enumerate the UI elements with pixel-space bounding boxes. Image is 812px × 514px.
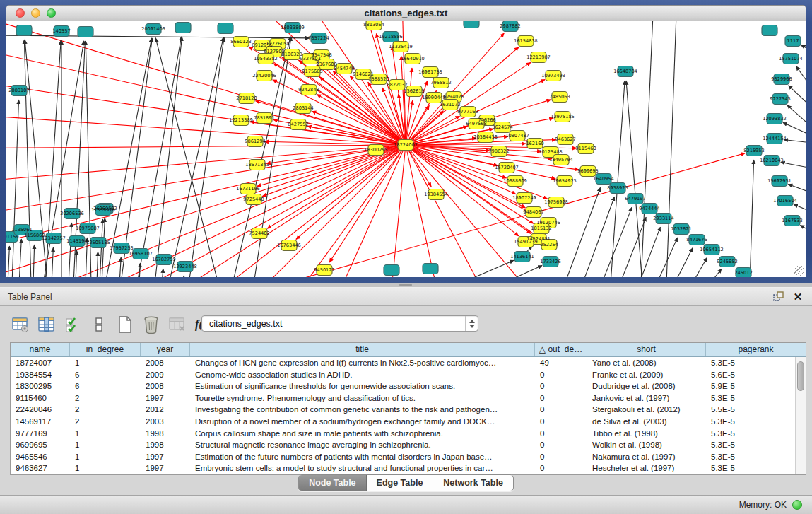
table-cell: 2: [70, 416, 141, 428]
table-row[interactable]: 946362711997Embryonic stem cells: a mode…: [11, 462, 795, 474]
graph-node-label: 6497568: [466, 121, 486, 127]
network-canvas[interactable]: 1872400714055720091406160338097857224192…: [6, 21, 806, 277]
column-header-in_degree[interactable]: in_degree: [70, 343, 141, 356]
column-header-short[interactable]: short: [587, 343, 706, 356]
graph-edge: [674, 248, 693, 277]
table-cell: 9115460: [11, 392, 70, 404]
table-row[interactable]: 946554611997Estimation of the future num…: [11, 451, 795, 463]
tab-network-table[interactable]: Network Table: [433, 475, 513, 491]
column-header-out_de[interactable]: △ out_de…: [535, 343, 587, 356]
delete-column-button[interactable]: [168, 315, 187, 334]
row-height-button[interactable]: [90, 315, 108, 334]
graph-edge: [12, 100, 19, 277]
column-header-title[interactable]: title: [190, 343, 535, 356]
new-table-button[interactable]: [116, 315, 134, 334]
table-cell: 9699695: [11, 439, 70, 451]
table-row[interactable]: 1456911722003Disruption of a novel membe…: [11, 416, 795, 428]
table-cell: 5.3E-5: [706, 439, 795, 451]
graph-edge: [112, 153, 745, 277]
table-cell: 1: [70, 451, 141, 463]
graph-edge: [788, 185, 806, 193]
table-settings-button[interactable]: [11, 315, 30, 334]
resize-grip-icon[interactable]: [794, 266, 804, 276]
table-row[interactable]: 969969511998Structural magnetic resonanc…: [11, 439, 795, 451]
table-cell: 5.9E-5: [706, 380, 795, 392]
graph-node[interactable]: [423, 264, 438, 274]
add-column-button[interactable]: [37, 315, 56, 334]
network-window-titlebar[interactable]: citations_edges.txt: [6, 5, 806, 21]
table-row[interactable]: 1872400712008Changes of HCN gene express…: [11, 357, 795, 369]
table-cell: de Silva et al. (2003): [587, 416, 706, 428]
graph-node-label: 7524402: [249, 230, 269, 236]
graph-node-label: 7851891: [254, 115, 274, 121]
graph-node-label: 12505135: [86, 240, 110, 245]
graph-node-label: 11325419: [389, 44, 413, 49]
table-cell: 2: [70, 392, 141, 404]
table-cell: Tibbo et al. (1998): [587, 428, 706, 440]
graph-node-label: 140557: [52, 28, 70, 34]
graph-edge: [781, 162, 806, 168]
graph-node[interactable]: [175, 23, 191, 33]
graph-node-label: 15491239: [514, 239, 538, 245]
graph-edge: [169, 37, 223, 277]
graph-edge: [794, 204, 806, 212]
table-cell: 0: [535, 369, 587, 381]
table-cell: Jankovic et al. (1997): [587, 392, 706, 404]
graph-node-label: 9175685: [302, 69, 322, 74]
close-button[interactable]: [16, 8, 25, 18]
graph-node-label: 10688609: [503, 178, 527, 184]
table-source-select[interactable]: citations_edges.txt: [201, 315, 478, 332]
float-window-icon[interactable]: [772, 291, 784, 303]
column-header-name[interactable]: name: [11, 343, 70, 356]
graph-node[interactable]: [384, 265, 399, 276]
graph-node-label: 9861294: [245, 139, 265, 144]
table-cell: 6: [70, 380, 141, 392]
graph-node-label: 18671343: [245, 162, 269, 168]
table-cell: 1997: [141, 451, 190, 463]
table-row[interactable]: 1830029562008Estimation of significance …: [11, 380, 795, 392]
table-cell: 0: [535, 451, 587, 463]
graph-node-label: 19218586: [379, 34, 403, 40]
column-header-pagerank[interactable]: pagerank: [706, 343, 806, 356]
minimize-button[interactable]: [31, 8, 40, 18]
divider-handle[interactable]: [399, 284, 412, 286]
table-cell: 2003: [141, 416, 190, 428]
tab-edge-table[interactable]: Edge Table: [367, 475, 434, 491]
graph-node-label: 10543382: [254, 56, 278, 62]
graph-edge: [6, 42, 406, 145]
graph-edge: [296, 145, 406, 240]
citation-graph[interactable]: 1872400714055720091406160338097857224192…: [6, 21, 806, 277]
graph-node-label: 19654923: [553, 178, 577, 184]
table-scrollbar[interactable]: [795, 357, 806, 474]
close-panel-icon[interactable]: ✕: [792, 291, 804, 303]
graph-edge: [19, 239, 21, 277]
graph-edge: [97, 252, 98, 277]
table-toolbar: f(x): [11, 312, 213, 337]
tab-node-table[interactable]: Node Table: [299, 475, 366, 491]
graph-node-label: 12923448: [173, 264, 197, 269]
graph-node-label: 15720407: [495, 165, 519, 170]
graph-node[interactable]: [218, 23, 233, 34]
graph-node-label: 7032621: [671, 226, 691, 232]
table-row[interactable]: 1938455462009Genome-wide association stu…: [11, 369, 795, 381]
select-columns-button[interactable]: [64, 315, 82, 334]
delete-table-button[interactable]: [142, 315, 160, 334]
column-header-year[interactable]: year: [141, 343, 190, 356]
graph-node[interactable]: [78, 27, 93, 37]
table-row[interactable]: 911546021997Tourette syndrome. Phenomeno…: [11, 392, 795, 404]
graph-edge: [162, 269, 163, 277]
graph-node[interactable]: [762, 25, 777, 36]
zoom-button[interactable]: [47, 8, 56, 18]
graph-node-label: 9227343: [770, 96, 790, 102]
graph-node[interactable]: [464, 21, 479, 28]
graph-node-label: 18990448: [422, 95, 446, 100]
table-cell: Stergiakouli et al. (2012): [587, 404, 706, 416]
table-scrollbar-thumb[interactable]: [797, 361, 804, 391]
memory-status-indicator[interactable]: [792, 500, 802, 510]
graph-node[interactable]: [16, 25, 32, 36]
table-row[interactable]: 2242004622012Investigating the contribut…: [11, 404, 795, 416]
table-cell: Dudbridge et al. (2008): [587, 380, 706, 392]
graph-edge: [28, 145, 406, 277]
table-row[interactable]: 977716911998Corpus callosum shape and si…: [11, 428, 795, 440]
graph-edge: [324, 145, 406, 277]
